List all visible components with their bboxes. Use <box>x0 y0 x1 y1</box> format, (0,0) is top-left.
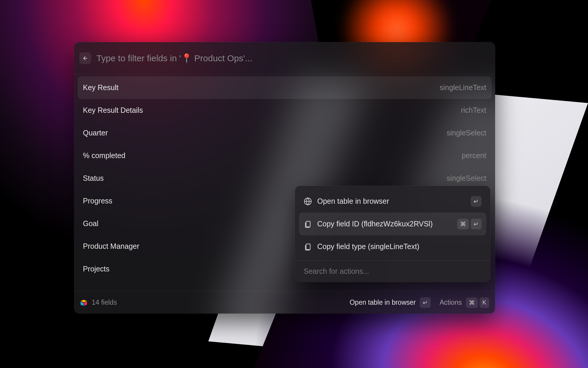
action-label: Copy field ID (fldhezWz6kux2RVSl) <box>317 220 452 228</box>
action-shortcut: ⌘↵ <box>457 219 482 229</box>
k-key: K <box>480 297 489 308</box>
actions-divider <box>295 260 490 261</box>
kbd-key: ↵ <box>471 219 482 229</box>
field-row[interactable]: % completedpercent <box>78 144 492 167</box>
kbd-key: ⌘ <box>457 219 469 229</box>
field-count: 14 fields <box>92 299 117 306</box>
svg-marker-3 <box>84 301 87 306</box>
action-label: Copy field type (singleLineText) <box>317 242 482 251</box>
cmd-key: ⌘ <box>466 297 478 308</box>
actions-search-input[interactable] <box>299 263 486 278</box>
field-name: Key Result <box>83 83 118 92</box>
search-header <box>74 42 495 74</box>
clipboard-icon <box>304 220 312 228</box>
actions-popup: Open table in browser↵Copy field ID (fld… <box>295 186 490 282</box>
globe-icon <box>304 197 312 205</box>
field-type: singleSelect <box>447 129 486 137</box>
back-button[interactable] <box>79 52 91 64</box>
svg-rect-7 <box>306 221 310 227</box>
field-name: % completed <box>83 151 126 160</box>
actions-button[interactable]: Actions ⌘ K <box>440 297 489 308</box>
svg-marker-1 <box>81 300 87 302</box>
field-row[interactable]: QuartersingleSelect <box>78 122 492 144</box>
field-name: Goal <box>83 219 98 228</box>
field-row[interactable]: Key ResultsingleLineText <box>78 76 492 99</box>
svg-rect-8 <box>306 244 310 249</box>
kbd-key: ↵ <box>471 196 482 207</box>
open-table-button[interactable]: Open table in browser ↵ <box>350 297 431 308</box>
arrow-left-icon <box>82 55 88 61</box>
field-type: singleLineText <box>440 83 486 92</box>
action-label: Open table in browser <box>317 197 465 205</box>
field-row[interactable]: Key Result DetailsrichText <box>78 99 492 122</box>
field-type: richText <box>461 106 486 115</box>
open-table-label: Open table in browser <box>350 299 416 306</box>
field-name: Projects <box>83 265 109 273</box>
action-item[interactable]: Copy field ID (fldhezWz6kux2RVSl)⌘↵ <box>299 213 486 235</box>
field-name: Status <box>83 174 104 183</box>
panel-footer: 14 fields Open table in browser ↵ Action… <box>74 291 495 314</box>
clipboard-icon <box>304 243 312 251</box>
airtable-logo-icon <box>80 299 88 306</box>
field-name: Product Manager <box>83 242 139 251</box>
field-type: percent <box>462 151 486 160</box>
actions-label: Actions <box>440 299 462 306</box>
enter-key: ↵ <box>420 297 431 308</box>
filter-input[interactable] <box>96 53 490 63</box>
field-name: Progress <box>83 197 112 205</box>
field-name: Key Result Details <box>83 106 143 115</box>
action-item[interactable]: Copy field type (singleLineText) <box>299 235 486 258</box>
field-type: singleSelect <box>447 174 486 183</box>
action-item[interactable]: Open table in browser↵ <box>299 190 486 213</box>
action-shortcut: ↵ <box>471 196 482 207</box>
footer-meta: 14 fields <box>80 299 117 306</box>
field-name: Quarter <box>83 129 108 137</box>
